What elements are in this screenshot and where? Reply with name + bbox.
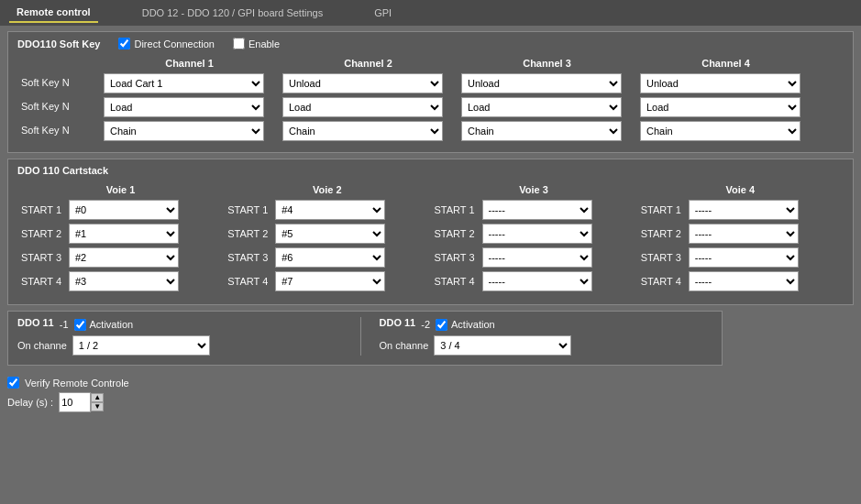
ddo11-panel: DDO 11 -1 Activation On channe 1 / 2 3 /… [7,311,723,366]
cartstack-title: DDO 110 Cartstack [17,165,844,176]
ch4-row1-select[interactable]: UnloadLoad Cart 1LoadChain [640,73,800,93]
voie4-start4-label: START 4 [641,276,685,287]
voie3-start2-label: START 2 [435,228,479,239]
softkey-panel: DDO110 Soft Key Direct Connection Enable… [7,31,854,153]
spinner-down-button[interactable]: ▼ [91,402,104,411]
voie3-start4-label: START 4 [435,276,479,287]
spinner-up-button[interactable]: ▲ [91,393,104,402]
voie2-start2-select[interactable]: #5#4#6#7 [275,224,385,244]
ch3-row3-cell: ChainUnloadLoadLoad Cart 1 [458,119,636,143]
delay-row: Delay (s) : ▲ ▼ [7,392,854,412]
voie3-start1-label: START 1 [435,204,479,215]
ddo11-2-checkbox[interactable] [436,319,447,331]
voie4-section: Voie 4 START 1 ----- START 2 ----- START… [637,181,844,295]
channel-2-header: Channel 2 [279,55,458,71]
voie1-start2-select[interactable]: #1#0#2#3 [69,224,179,244]
voie1-start3-select[interactable]: #2#0#1#3 [69,247,179,268]
voie4-start4-row: START 4 ----- [641,271,840,291]
enable-checkbox[interactable] [233,38,245,49]
ddo11-separator [360,317,361,356]
direct-connection-checkbox[interactable] [118,38,130,49]
ch4-row3-select[interactable]: ChainUnloadLoadLoad Cart 1 [640,121,800,141]
ch3-row1-select[interactable]: UnloadLoad Cart 1LoadChain [461,73,622,93]
voie2-start1-select[interactable]: #4#5#6#7 [275,200,385,220]
ch2-row2-cell: LoadUnloadLoad Cart 1Chain [279,95,458,119]
channel-4-header: Channel 4 [636,55,815,71]
main-content: DDO110 Soft Key Direct Connection Enable… [0,26,861,422]
voie3-start3-row: START 3 ----- [435,247,634,268]
ddo11-2-channel-label: On channe [380,340,429,351]
ch2-row2-select[interactable]: LoadUnloadLoad Cart 1Chain [282,97,443,117]
ch3-row2-cell: LoadUnloadLoad Cart 1Chain [458,95,636,119]
enable-label[interactable]: Enable [233,38,280,49]
ch1-row3-cell: ChainUnloadLoadLoad Cart 1 [100,119,279,143]
nav-gpi[interactable]: GPI [367,4,399,22]
voie3-start3-select[interactable]: ----- [482,247,592,268]
softkey-row1-label: Soft Key N [17,71,100,93]
voie2-start3-select[interactable]: #6#4#5#7 [275,247,385,268]
ch-col-empty [17,55,100,71]
voie4-start2-row: START 2 ----- [641,224,840,244]
voie1-start3-label: START 3 [21,252,65,263]
softkey-title: DDO110 Soft Key [17,38,100,49]
verify-label: Verify Remote Controle [25,378,129,389]
voie3-start3-label: START 3 [435,252,479,263]
voie4-start1-select[interactable]: ----- [689,200,799,220]
direct-connection-label[interactable]: Direct Connection [118,38,214,49]
voie3-start1-select[interactable]: ----- [482,200,592,220]
voie1-start2-label: START 2 [21,228,65,239]
ch2-row3-select[interactable]: ChainUnloadLoadLoad Cart 1 [282,121,443,141]
ddo11-1-title: DDO 11 [17,317,54,328]
ch4-row2-select[interactable]: LoadUnloadLoad Cart 1Chain [640,97,800,117]
ch2-row1-cell: UnloadLoad Cart 1LoadChain [279,71,458,95]
ddo11-1-checkbox[interactable] [74,319,86,331]
voie2-start3-row: START 3 #6#4#5#7 [227,247,426,268]
ch1-row3-select[interactable]: ChainUnloadLoadLoad Cart 1 [104,121,264,141]
voie1-start1-label: START 1 [21,204,65,215]
ch1-row1-select[interactable]: Load Cart 1UnloadLoadChain [104,73,264,93]
ddo11-1-block: DDO 11 -1 Activation On channe 1 / 2 3 /… [17,317,351,356]
delay-spinner: ▲ ▼ [59,392,104,412]
voie4-start4-select[interactable]: ----- [689,271,799,291]
nav-remote-control[interactable]: Remote control [9,3,98,23]
ddo11-2-title: DDO 11 [380,317,416,328]
channel-3-header: Channel 3 [458,55,636,71]
voie1-section: Voie 1 START 1 #0#1#2#3 START 2 #1#0#2#3… [17,181,224,295]
ch1-row2-select[interactable]: LoadUnloadLoad Cart 1Chain [104,97,264,117]
voie3-header: Voie 3 [435,181,634,200]
ddo11-1-channel-select[interactable]: 1 / 2 3 / 4 [72,335,210,356]
ddo11-2-channel-select[interactable]: 1 / 2 3 / 4 [434,335,571,356]
voie4-start1-row: START 1 ----- [641,200,840,220]
voie1-start3-row: START 3 #2#0#1#3 [21,247,220,268]
cartstack-panel: DDO 110 Cartstack Voie 1 START 1 #0#1#2#… [7,159,854,305]
verify-row: Verify Remote Controle [7,377,854,389]
ch3-row3-select[interactable]: ChainUnloadLoadLoad Cart 1 [461,121,622,141]
voie3-start2-row: START 2 ----- [435,224,634,244]
ddo11-2-block: DDO 11 -2 Activation On channe 1 / 2 3 /… [370,317,713,356]
nav-ddo-settings[interactable]: DDO 12 - DDO 120 / GPI board Settings [135,4,330,22]
ddo11-2-activation[interactable]: Activation [436,319,495,331]
top-nav: Remote control DDO 12 - DDO 120 / GPI bo… [0,0,861,26]
ddo11-1-subtitle: -1 [60,319,69,330]
voie1-start4-select[interactable]: #3#0#1#2 [69,271,179,291]
voie4-start3-select[interactable]: ----- [689,247,799,268]
voie2-start4-select[interactable]: #7#4#5#6 [275,271,385,291]
voie3-start2-select[interactable]: ----- [482,224,592,244]
ch2-row1-select[interactable]: UnloadLoad Cart 1LoadChain [282,73,443,93]
ch3-row2-select[interactable]: LoadUnloadLoad Cart 1Chain [461,97,622,117]
ddo11-1-activation[interactable]: Activation [74,319,134,331]
voie4-start2-select[interactable]: ----- [689,224,799,244]
voie1-start2-row: START 2 #1#0#2#3 [21,224,220,244]
voie1-start1-select[interactable]: #0#1#2#3 [69,200,179,220]
voie3-start4-select[interactable]: ----- [482,271,592,291]
ch2-row3-cell: ChainUnloadLoadLoad Cart 1 [279,119,458,143]
verify-checkbox[interactable] [7,377,19,389]
ch4-row2-cell: LoadUnloadLoad Cart 1Chain [636,95,815,119]
softkey-row3-label: Soft Key N [17,119,100,141]
voie2-start2-label: START 2 [227,228,271,239]
voie2-start4-label: START 4 [227,276,271,287]
ch4-row3-cell: ChainUnloadLoadLoad Cart 1 [636,119,815,143]
voie2-start4-row: START 4 #7#4#5#6 [227,271,426,291]
delay-input[interactable] [59,392,91,412]
ch1-row2-cell: LoadUnloadLoad Cart 1Chain [100,95,279,119]
